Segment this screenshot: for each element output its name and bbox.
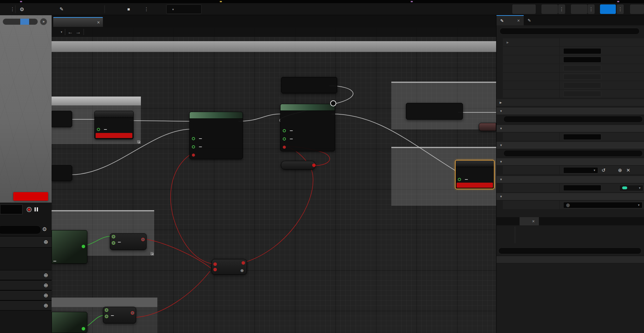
list-item[interactable]: ⊕ <box>0 290 52 300</box>
collapse-arrow-icon[interactable]: ▼ <box>500 127 502 130</box>
toolbar-overflow-icon[interactable]: ⋮ <box>10 3 15 15</box>
blueprint-options-icon[interactable]: ⋮ <box>617 4 624 14</box>
tab-asset-override[interactable] <box>637 15 644 25</box>
float-pin-icon[interactable] <box>105 308 108 312</box>
bookmark-icon[interactable] <box>55 30 58 34</box>
compile-error-badge[interactable] <box>13 192 48 201</box>
property-row-interp-decreasing[interactable] <box>503 90 644 98</box>
tab-animgraph[interactable]: ✕ <box>53 17 103 27</box>
binding-dropdown[interactable]: ◎ ▾ <box>563 202 642 208</box>
blend-time-value-box[interactable] <box>290 139 293 139</box>
list-item[interactable]: ⊕ <box>0 270 52 280</box>
float-pin-icon[interactable] <box>283 129 286 132</box>
float-pin-icon[interactable] <box>458 178 461 181</box>
alpha-value-box[interactable] <box>104 129 107 130</box>
pose-output-pin-icon[interactable] <box>329 113 332 117</box>
slot-name-column-header[interactable] <box>496 256 644 263</box>
node-use-cached-pose-clipped-2[interactable] <box>52 165 72 181</box>
pose-pin-icon[interactable] <box>65 173 69 177</box>
blend-time-value-box[interactable] <box>290 130 293 131</box>
mesh-options-icon[interactable]: ⋮ <box>558 4 565 14</box>
node-use-cached-pose-1[interactable] <box>281 77 337 93</box>
tab-anim-slot-manager[interactable]: ✕ <box>520 217 539 225</box>
collapse-arrow-icon[interactable]: ▼ <box>500 195 502 198</box>
float-pin-icon[interactable] <box>97 128 100 131</box>
bool-output-pin-icon[interactable] <box>312 164 316 167</box>
pose-pin-icon[interactable] <box>65 119 69 123</box>
pose-output-pin-icon[interactable] <box>488 170 492 174</box>
slot-name-filter-input[interactable] <box>498 248 641 254</box>
select-tool-button[interactable] <box>3 19 12 25</box>
gear-icon[interactable]: ⚙ <box>42 226 47 233</box>
pose-pin-icon[interactable] <box>192 121 195 125</box>
bias-input[interactable] <box>563 57 601 63</box>
pose-pin-icon[interactable] <box>458 170 461 174</box>
play-options-icon[interactable]: ⋮ <box>144 3 149 15</box>
node-greater-2[interactable] <box>103 307 136 324</box>
animgraph-canvas[interactable]: ▾ ← → <box>52 27 496 333</box>
bool-output-pin-icon[interactable] <box>242 261 245 265</box>
tab-details[interactable]: ✎ ✕ <box>496 15 524 25</box>
add-icon[interactable]: ⊕ <box>44 272 48 279</box>
add-icon[interactable]: ⊕ <box>44 239 48 245</box>
scale-tool-button[interactable] <box>29 19 38 25</box>
property-row-binding[interactable]: ◎ ▾ <box>503 201 644 210</box>
property-row-lod-threshold[interactable]: ▾ <box>503 184 644 192</box>
collapse-arrow-icon[interactable]: ▼ <box>500 160 502 163</box>
blueprint-mode-button[interactable] <box>600 4 616 14</box>
add-slot-button[interactable] <box>518 227 529 236</box>
save-button[interactable] <box>501 227 510 237</box>
step-forward-button[interactable] <box>119 3 123 15</box>
scale-input[interactable] <box>563 48 601 54</box>
lod-threshold-input[interactable] <box>563 185 601 191</box>
blend-time-value-box[interactable] <box>199 147 202 147</box>
pose-pin-icon[interactable] <box>326 85 329 89</box>
details-search-input[interactable] <box>500 28 640 35</box>
class-defaults-button[interactable]: ✎ <box>60 3 66 15</box>
property-row-interp-increasing[interactable] <box>503 81 644 90</box>
property-row-scale[interactable] <box>503 47 644 55</box>
float-pin-icon[interactable] <box>283 137 286 141</box>
close-icon[interactable]: ✕ <box>97 20 100 25</box>
control-rig-class-dropdown[interactable]: ▾ <box>563 167 598 173</box>
node-return-value-1[interactable] <box>52 230 87 264</box>
node-control-rig-2[interactable] <box>455 160 495 189</box>
property-row-out-range[interactable]: ▶ <box>503 38 644 47</box>
left-search-field[interactable] <box>0 225 41 234</box>
pose-pin-icon[interactable] <box>97 120 100 124</box>
tab-asset-browser[interactable] <box>505 217 520 225</box>
record-button[interactable] <box>27 207 32 212</box>
property-row-bias[interactable] <box>503 55 644 64</box>
viewport-toolbar-expand-button[interactable]: » <box>40 18 47 25</box>
input-search-input[interactable] <box>503 116 643 123</box>
step-forward-button[interactable] <box>41 207 45 211</box>
output-search-input[interactable] <box>503 150 643 157</box>
chevron-down-icon[interactable]: ▾ <box>61 30 62 34</box>
pause-button[interactable] <box>35 207 38 211</box>
threshold-value-box[interactable] <box>118 242 121 242</box>
clear-icon[interactable]: ✕ <box>626 167 630 173</box>
section-input[interactable]: ▼ <box>496 108 644 115</box>
node-blend-poses-by-bool-1[interactable] <box>189 112 243 159</box>
section-performance[interactable]: ▼ <box>496 176 644 183</box>
node-greater-1[interactable] <box>110 233 147 250</box>
pose-output-pin-icon[interactable] <box>237 121 240 125</box>
property-row-control-rig-class[interactable]: ▾ ↺ ⊕ ✕ <box>503 166 644 175</box>
bool-pin-icon[interactable] <box>192 154 195 157</box>
section-output[interactable]: ▼ <box>496 142 644 149</box>
tag-input[interactable] <box>563 134 601 140</box>
bool-pin-icon[interactable] <box>213 262 217 266</box>
add-icon[interactable]: ⊕ <box>44 292 48 299</box>
add-icon[interactable]: ⊕ <box>44 302 48 309</box>
timeline-value-box[interactable] <box>0 204 22 214</box>
collapse-arrow-icon[interactable]: ▼ <box>500 144 502 147</box>
list-item[interactable]: ⊕ <box>0 236 52 248</box>
float-pin-icon[interactable] <box>112 241 115 245</box>
section-control-rig[interactable]: ▼ <box>496 158 644 166</box>
eject-button[interactable] <box>135 3 139 15</box>
pose-output-pin-icon[interactable] <box>128 120 131 124</box>
skeleton-button[interactable] <box>512 4 536 14</box>
bool-output-pin-icon[interactable] <box>131 311 134 315</box>
add-group-button[interactable] <box>536 227 548 236</box>
float-output-pin-icon[interactable] <box>82 327 85 330</box>
